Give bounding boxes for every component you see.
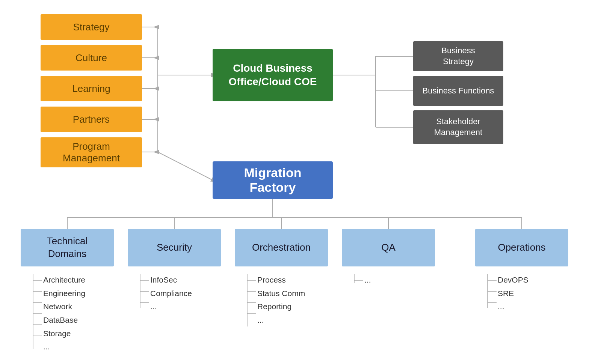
biz-functions-box: Business Functions	[413, 76, 503, 106]
migration-factory-box: Migration Factory	[213, 161, 333, 199]
orchestration-subitems: Process Status Comm Reporting ...	[257, 273, 305, 327]
partners-box: Partners	[41, 107, 142, 132]
svg-line-7	[158, 152, 213, 180]
technical-domains-box: TechnicalDomains	[21, 229, 114, 266]
strategy-box: Strategy	[41, 14, 142, 40]
orchestration-box: Orchestration	[235, 229, 328, 266]
technical-domains-subitems: Architecture Engineering Network DataBas…	[43, 273, 85, 353]
learning-box: Learning	[41, 76, 142, 101]
operations-box: Operations	[475, 229, 568, 266]
security-subitems: InfoSec Compliance ...	[150, 273, 192, 313]
program-mgmt-box: ProgramManagement	[41, 137, 142, 167]
qa-box: QA	[342, 229, 435, 266]
security-box: Security	[128, 229, 221, 266]
stakeholder-mgmt-box: StakeholderManagement	[413, 110, 503, 144]
qa-subitems: ...	[364, 273, 371, 287]
biz-strategy-box: BusinessStrategy	[413, 41, 503, 71]
culture-box: Culture	[41, 45, 142, 71]
diagram-container: Strategy Culture Learning Partners Progr…	[0, 0, 601, 364]
cloud-coe-box: Cloud BusinessOffice/Cloud COE	[213, 49, 333, 101]
operations-subitems: DevOPS SRE ...	[498, 273, 529, 313]
